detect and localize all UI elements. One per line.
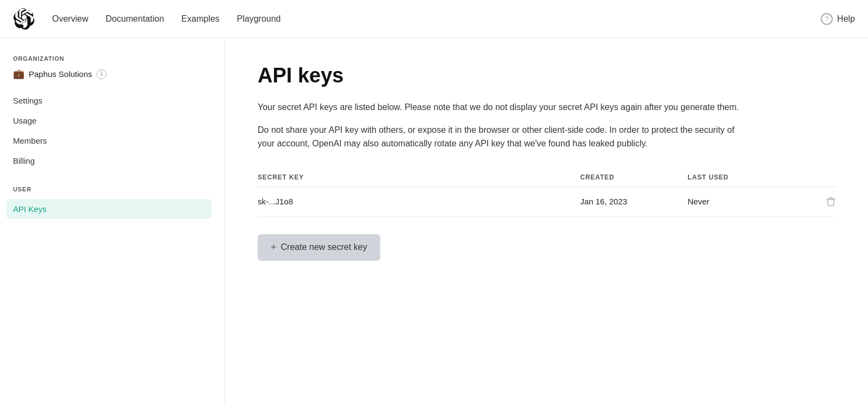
topnav: Overview Documentation Examples Playgrou… [0, 0, 868, 38]
description-2: Do not share your API key with others, o… [258, 123, 746, 151]
nav-examples[interactable]: Examples [181, 14, 219, 24]
org-name: Paphus Solutions [29, 69, 92, 79]
help-icon[interactable]: ? [821, 13, 833, 25]
main-content: API keys Your secret API keys are listed… [225, 38, 868, 405]
created-value: Jan 16, 2023 [580, 187, 687, 216]
sidebar-item-members[interactable]: Members [13, 131, 212, 151]
col-header-secret-key: SECRET KEY [258, 168, 580, 187]
nav-playground[interactable]: Playground [237, 14, 281, 24]
sidebar-item-usage[interactable]: Usage [13, 111, 212, 131]
create-secret-key-button[interactable]: + Create new secret key [258, 234, 380, 261]
page-layout: ORGANIZATION 💼 Paphus Solutions ℹ Settin… [0, 38, 868, 405]
col-header-created: CREATED [580, 168, 687, 187]
col-header-last-used: LAST USED [688, 168, 809, 187]
col-header-action [808, 168, 835, 187]
table-row: sk-...J1o8 Jan 16, 2023 Never [258, 187, 835, 216]
sidebar-item-settings[interactable]: Settings [13, 91, 212, 111]
create-button-label: Create new secret key [281, 242, 367, 252]
api-keys-table: SECRET KEY CREATED LAST USED sk-...J1o8 … [258, 168, 835, 217]
sidebar: ORGANIZATION 💼 Paphus Solutions ℹ Settin… [0, 38, 225, 405]
page-title: API keys [258, 64, 835, 87]
nav-documentation[interactable]: Documentation [106, 14, 164, 24]
key-value: sk-...J1o8 [258, 187, 580, 216]
sidebar-item-api-keys[interactable]: API Keys [7, 199, 212, 219]
nav-overview[interactable]: Overview [52, 14, 88, 24]
last-used-value: Never [688, 187, 809, 216]
openai-logo-icon[interactable] [13, 8, 35, 30]
org-row: 💼 Paphus Solutions ℹ [13, 68, 212, 80]
description-1: Your secret API keys are listed below. P… [258, 100, 746, 114]
org-icon: 💼 [13, 68, 24, 80]
sidebar-item-billing[interactable]: Billing [13, 151, 212, 171]
plus-icon: + [271, 242, 277, 253]
help-label[interactable]: Help [837, 14, 855, 24]
org-info-icon[interactable]: ℹ [97, 69, 106, 79]
user-section-label: USER [13, 186, 212, 192]
topnav-links: Overview Documentation Examples Playgrou… [52, 14, 803, 24]
delete-key-button[interactable] [808, 197, 835, 207]
org-section-label: ORGANIZATION [13, 55, 212, 62]
topnav-right: ? Help [821, 13, 855, 25]
